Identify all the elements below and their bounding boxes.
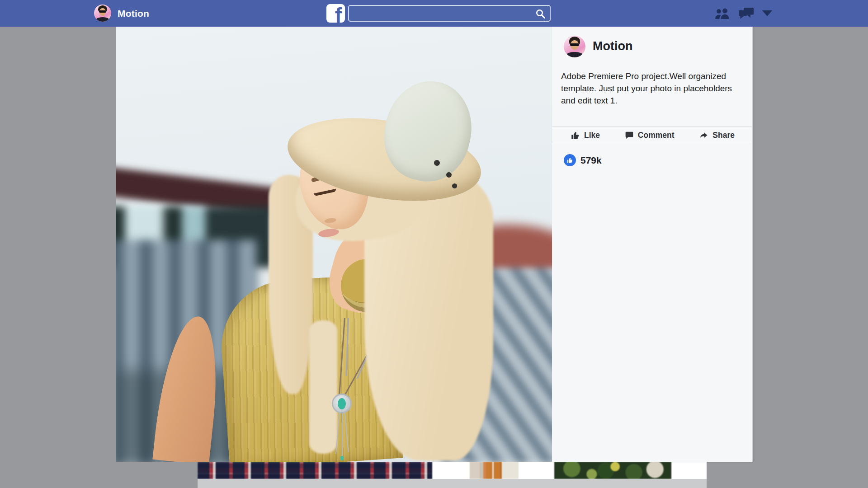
comment-icon — [625, 131, 634, 140]
like-count-row: 579k — [564, 154, 602, 166]
top-navbar: Motion f — [0, 0, 868, 27]
messages-icon[interactable] — [738, 7, 755, 20]
turquoise-bead — [340, 456, 344, 460]
facebook-logo[interactable]: f — [326, 4, 345, 23]
facebook-f-letter: f — [335, 4, 342, 23]
pendant-tassel — [342, 413, 343, 459]
comment-label: Comment — [638, 131, 675, 140]
like-label: Like — [584, 131, 600, 140]
turquoise-stone — [338, 398, 346, 409]
avatar-sunglasses — [99, 10, 106, 13]
avatar-sunglasses — [570, 43, 579, 46]
feed-gray-bar — [198, 479, 707, 488]
author-avatar[interactable] — [564, 36, 585, 57]
like-button[interactable]: Like — [571, 131, 600, 140]
author-name[interactable]: Motion — [593, 39, 632, 53]
share-button[interactable]: Share — [699, 131, 735, 140]
post-action-bar: Like Comment Share — [552, 127, 752, 144]
post-details-panel: Motion Adobe Premiere Pro project.Well o… — [552, 27, 753, 462]
subject-hair-strand — [309, 320, 337, 454]
post-card: Motion Adobe Premiere Pro project.Well o… — [116, 27, 753, 462]
search-input[interactable] — [349, 6, 532, 21]
feed-photo-plaid[interactable] — [198, 462, 432, 479]
thumbs-up-icon — [571, 131, 580, 140]
feed-photo-orange[interactable] — [470, 462, 519, 479]
nav-brand-label[interactable]: Motion — [118, 0, 149, 27]
share-label: Share — [712, 131, 735, 140]
facebook-page: Motion f — [0, 0, 868, 488]
hat-band-dot — [434, 160, 440, 166]
share-arrow-icon — [699, 131, 708, 140]
like-count: 579k — [580, 155, 602, 166]
avatar-shirt — [566, 52, 583, 57]
nav-profile-avatar[interactable] — [94, 5, 111, 22]
account-menu-caret-icon[interactable] — [762, 10, 772, 16]
feed-photo-food[interactable] — [554, 462, 671, 479]
nav-right-icons — [714, 0, 772, 27]
avatar-shirt — [96, 17, 109, 22]
hat-band-dot — [446, 172, 452, 178]
post-photo — [116, 27, 552, 462]
post-description: Adobe Premiere Pro project.Well organize… — [561, 70, 747, 107]
like-badge-icon — [564, 154, 576, 166]
search-box[interactable] — [348, 5, 551, 22]
thumbs-up-icon — [567, 157, 573, 164]
feed-below-post — [198, 462, 707, 488]
hat-band-dot — [452, 183, 457, 188]
friend-requests-icon[interactable] — [714, 8, 731, 19]
search-icon[interactable] — [535, 9, 546, 19]
comment-button[interactable]: Comment — [625, 131, 675, 140]
